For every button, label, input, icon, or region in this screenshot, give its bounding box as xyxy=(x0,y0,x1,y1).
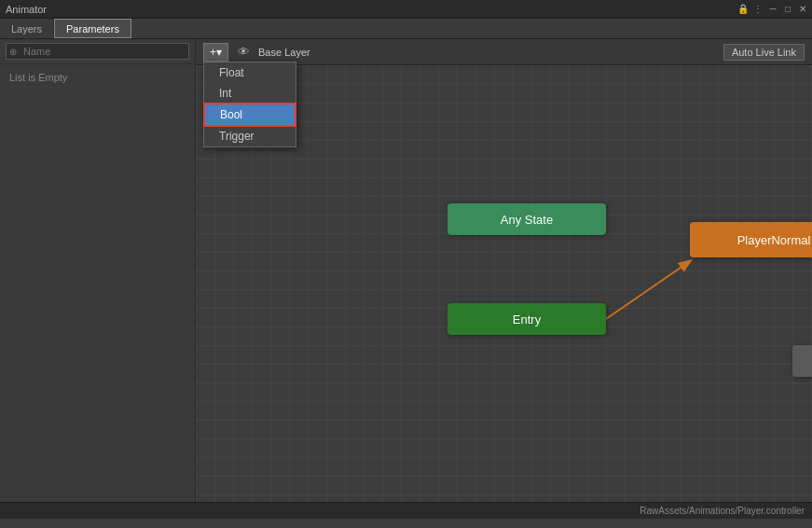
dropdown-item-float[interactable]: Float xyxy=(204,63,296,83)
main-layout: List is Empty +▾ Float Int B xyxy=(0,39,812,502)
sidebar-empty-text: List is Empty xyxy=(0,64,195,90)
add-button-wrap: +▾ Float Int Bool Trigger xyxy=(203,43,228,62)
eye-icon[interactable]: 👁 xyxy=(236,45,251,60)
auto-live-link-button[interactable]: Auto Live Link xyxy=(723,44,805,61)
search-bar xyxy=(0,39,195,64)
status-path: RawAssets/Animations/Player.controller xyxy=(640,506,805,516)
node-player-explode[interactable]: PlayerExplode xyxy=(792,345,812,377)
node-player-normal[interactable]: PlayerNormal xyxy=(690,222,812,257)
dropdown-item-int[interactable]: Int xyxy=(204,83,296,104)
arrow-entry-to-player-normal xyxy=(606,261,690,319)
more-icon[interactable]: ⋮ xyxy=(752,4,764,15)
dropdown-item-bool[interactable]: Bool xyxy=(204,104,296,126)
search-icon-wrap xyxy=(6,43,189,60)
add-button[interactable]: +▾ xyxy=(203,43,228,62)
node-entry[interactable]: Entry xyxy=(447,303,606,335)
right-panel: +▾ Float Int Bool Trigger xyxy=(196,39,812,502)
search-input[interactable] xyxy=(6,43,189,60)
maximize-icon[interactable]: □ xyxy=(782,4,793,15)
dropdown-item-trigger[interactable]: Trigger xyxy=(204,126,296,146)
node-any-state[interactable]: Any State xyxy=(447,203,606,235)
layer-name: Base Layer xyxy=(258,47,310,58)
minimize-icon[interactable]: ─ xyxy=(767,4,778,15)
title-bar: Animator 🔒 ⋮ ─ □ ✕ xyxy=(0,0,812,19)
sidebar: List is Empty xyxy=(0,39,196,502)
lock-icon[interactable]: 🔒 xyxy=(737,4,749,15)
tab-bar: Layers Parameters xyxy=(0,19,812,39)
title-label: Animator xyxy=(6,4,47,15)
animator-header: +▾ Float Int Bool Trigger xyxy=(196,39,812,65)
status-bar: RawAssets/Animations/Player.controller xyxy=(0,502,812,519)
close-icon[interactable]: ✕ xyxy=(797,4,808,15)
window-controls: 🔒 ⋮ ─ □ ✕ xyxy=(737,4,808,15)
tab-layers[interactable]: Layers xyxy=(0,19,54,38)
tab-parameters[interactable]: Parameters xyxy=(54,19,131,38)
add-dropdown-menu: Float Int Bool Trigger xyxy=(203,62,296,147)
